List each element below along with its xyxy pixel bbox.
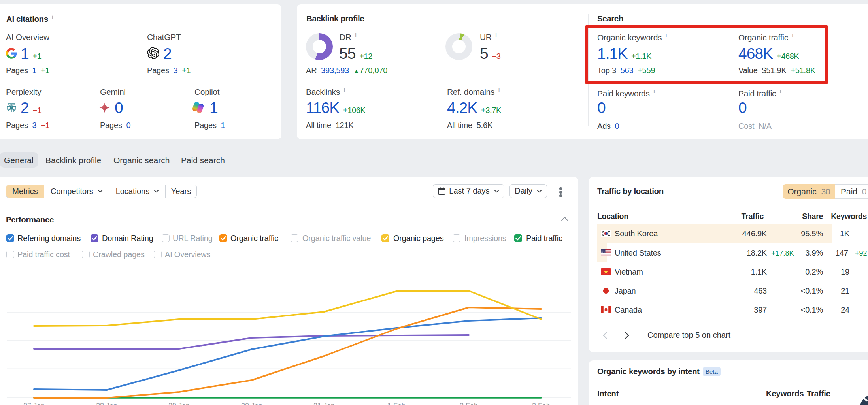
svg-text:28 Jan: 28 Jan <box>96 402 117 405</box>
svg-text:31 Jan: 31 Jan <box>313 402 335 405</box>
svg-text:30 Jan: 30 Jan <box>241 402 262 405</box>
svg-text:3 Feb: 3 Feb <box>532 402 550 405</box>
svg-text:29 Jan: 29 Jan <box>168 402 190 405</box>
svg-text:1 Feb: 1 Feb <box>387 402 406 405</box>
svg-text:2 Feb: 2 Feb <box>460 402 478 405</box>
svg-text:27 Jan: 27 Jan <box>23 402 45 405</box>
